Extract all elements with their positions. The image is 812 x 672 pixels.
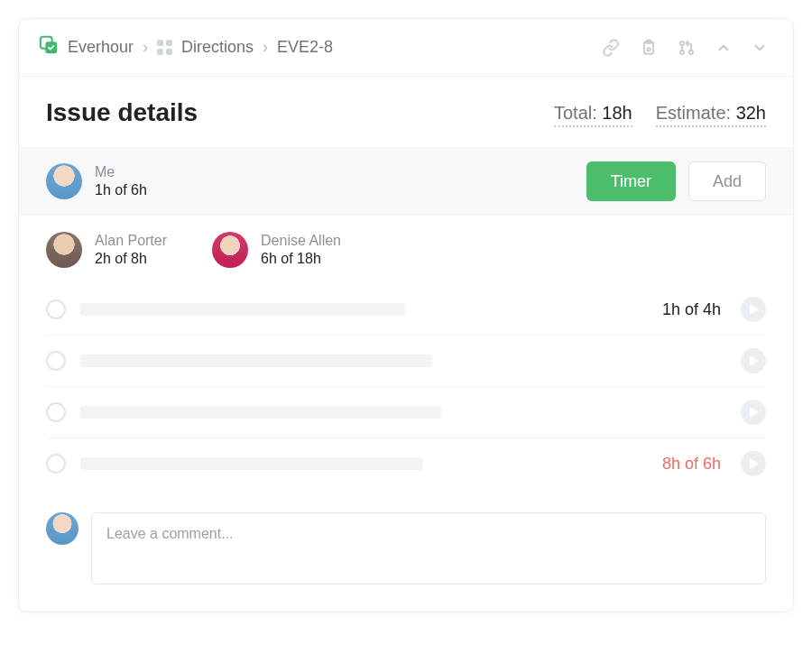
total-stat[interactable]: Total: 18h <box>554 103 632 127</box>
chevron-down-icon[interactable] <box>752 40 768 56</box>
subtask-title-placeholder <box>80 354 726 367</box>
subtask-row <box>46 386 766 437</box>
subtask-row <box>46 335 766 386</box>
subtask-row: 1h of 4h <box>46 284 766 335</box>
estimate-label: Estimate: <box>656 103 731 123</box>
avatar <box>46 163 82 199</box>
issue-card: Everhour › Directions › EVE2-8 <box>18 18 794 612</box>
assignee-name: Alan Porter <box>95 233 167 249</box>
chevron-up-icon[interactable] <box>715 40 732 56</box>
assignee-time: 6h of 18h <box>261 251 341 267</box>
avatar <box>46 232 82 268</box>
svg-point-4 <box>647 48 650 51</box>
app-logo-icon <box>39 35 59 60</box>
subtask-title-placeholder <box>80 406 726 419</box>
timer-button[interactable]: Timer <box>586 161 676 201</box>
subtask-time: 1h of 4h <box>662 300 721 319</box>
comment-row <box>19 489 793 612</box>
subtask-time: 8h of 6h <box>662 455 721 474</box>
link-icon[interactable] <box>602 39 620 57</box>
play-icon[interactable] <box>741 451 766 476</box>
title-row: Issue details Total: 18h Estimate: 32h <box>19 77 793 147</box>
page-title: Issue details <box>46 98 198 127</box>
assignee-time: 2h of 8h <box>95 251 167 267</box>
play-icon[interactable] <box>741 348 766 373</box>
me-label: Me <box>95 164 147 180</box>
play-icon[interactable] <box>741 297 766 322</box>
me-info: Me 1h of 6h <box>46 163 147 199</box>
total-value: 18h <box>602 103 632 123</box>
assignee: Alan Porter 2h of 8h <box>46 232 167 268</box>
pull-request-icon[interactable] <box>678 39 696 57</box>
header-actions <box>602 39 768 57</box>
checkbox-circle[interactable] <box>46 454 66 474</box>
assignee-name: Denise Allen <box>261 233 341 249</box>
play-icon[interactable] <box>741 400 766 425</box>
checkbox-circle[interactable] <box>46 299 66 319</box>
assignee: Denise Allen 6h of 18h <box>212 232 341 268</box>
breadcrumb-separator: › <box>143 38 148 57</box>
time-stats: Total: 18h Estimate: 32h <box>554 103 766 127</box>
breadcrumb-issue[interactable]: EVE2-8 <box>277 38 333 57</box>
comment-input[interactable] <box>91 512 766 585</box>
header: Everhour › Directions › EVE2-8 <box>19 19 793 77</box>
subtask-list: 1h of 4h8h of 6h <box>19 275 793 489</box>
checkbox-circle[interactable] <box>46 351 66 371</box>
total-label: Total: <box>554 103 597 123</box>
avatar <box>212 232 248 268</box>
breadcrumb-project[interactable]: Everhour <box>68 38 134 57</box>
subtask-title-placeholder <box>80 303 648 316</box>
breadcrumb-separator: › <box>263 38 268 57</box>
me-row: Me 1h of 6h Timer Add <box>19 147 793 216</box>
checkbox-circle[interactable] <box>46 402 66 422</box>
estimate-stat[interactable]: Estimate: 32h <box>656 103 766 127</box>
estimate-value: 32h <box>736 103 766 123</box>
me-time: 1h of 6h <box>95 182 147 198</box>
subtask-title-placeholder <box>80 457 648 470</box>
clipboard-icon[interactable] <box>640 39 658 57</box>
subtask-row: 8h of 6h <box>46 437 766 489</box>
breadcrumb: Everhour › Directions › EVE2-8 <box>39 35 333 60</box>
add-button[interactable]: Add <box>688 161 766 201</box>
assignees: Alan Porter 2h of 8h Denise Allen 6h of … <box>19 216 793 275</box>
avatar <box>46 512 78 545</box>
board-icon <box>157 40 172 55</box>
breadcrumb-board[interactable]: Directions <box>181 38 254 57</box>
